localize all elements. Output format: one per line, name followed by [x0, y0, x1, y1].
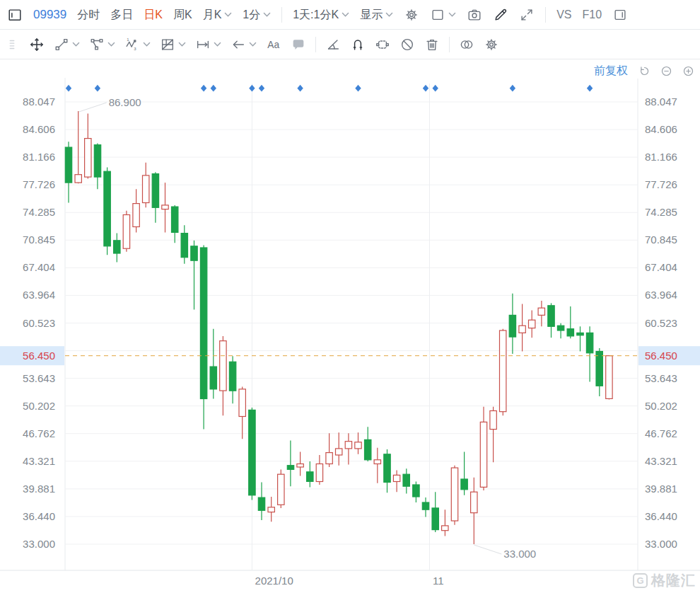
undo-button[interactable]	[638, 64, 651, 78]
candle[interactable]	[172, 205, 178, 243]
event-marker-diamond[interactable]	[510, 85, 515, 92]
event-marker-diamond[interactable]	[201, 85, 206, 92]
event-marker-diamond[interactable]	[259, 85, 264, 92]
settings-gear-button[interactable]	[404, 7, 419, 23]
candle[interactable]	[355, 432, 361, 454]
candle[interactable]	[268, 497, 274, 522]
candle[interactable]	[500, 329, 506, 416]
camera-button[interactable]	[467, 7, 482, 23]
candle[interactable]	[200, 246, 206, 430]
range-interval-select[interactable]: 1天:1分K	[293, 0, 349, 30]
candle[interactable]	[114, 234, 120, 263]
chart-panel-button[interactable]	[7, 7, 23, 23]
tab-weekly-k[interactable]: 周K	[173, 0, 192, 30]
candle[interactable]	[529, 311, 535, 338]
trash-button[interactable]	[424, 37, 440, 52]
candle[interactable]	[191, 241, 197, 310]
candle[interactable]	[85, 113, 91, 178]
trend-line-button[interactable]	[54, 37, 80, 52]
no-draw-button[interactable]	[399, 37, 415, 52]
interval-1min-select[interactable]: 1分	[243, 0, 271, 30]
candle[interactable]	[384, 449, 390, 493]
candle[interactable]	[287, 441, 293, 487]
candle[interactable]	[220, 336, 226, 415]
tab-intraday[interactable]: 分时	[77, 0, 100, 30]
display-menu[interactable]: 显示	[360, 0, 393, 30]
candle[interactable]	[239, 387, 245, 439]
candle[interactable]	[123, 211, 129, 252]
comment-button[interactable]	[291, 37, 306, 52]
candle[interactable]	[104, 168, 110, 255]
candle[interactable]	[278, 469, 284, 508]
candle[interactable]	[162, 183, 168, 232]
fullscreen-button[interactable]	[519, 7, 535, 23]
candle[interactable]	[307, 461, 313, 487]
candlestick-chart[interactable]: 88.04784.60681.16677.72674.28570.84567.4…	[0, 59, 700, 593]
candle[interactable]	[451, 466, 457, 525]
candle[interactable]	[606, 355, 612, 399]
candle[interactable]	[374, 448, 380, 483]
pattern-button[interactable]	[375, 37, 390, 52]
event-marker-diamond[interactable]	[95, 85, 100, 92]
candle[interactable]	[345, 433, 351, 464]
candle[interactable]	[548, 303, 554, 338]
text-tool-button[interactable]: Aa	[266, 37, 281, 52]
candle[interactable]	[519, 304, 525, 352]
measure-button[interactable]	[195, 37, 221, 52]
candle[interactable]	[461, 451, 467, 495]
candle[interactable]	[413, 481, 419, 502]
candle[interactable]	[65, 142, 71, 202]
candle[interactable]	[567, 306, 573, 338]
candle[interactable]	[442, 509, 448, 536]
candle[interactable]	[152, 172, 158, 222]
candle[interactable]	[336, 432, 342, 466]
candle[interactable]	[94, 143, 100, 189]
layout-select-button[interactable]	[430, 7, 456, 23]
vs-compare-button[interactable]: VS	[556, 0, 571, 30]
drag-grip-button[interactable]	[4, 37, 20, 52]
candle[interactable]	[133, 189, 139, 232]
move-cross-button[interactable]	[29, 37, 45, 52]
zoom-in-button[interactable]	[682, 64, 695, 78]
candle[interactable]	[509, 294, 515, 354]
f10-button[interactable]: F10	[582, 0, 602, 30]
event-marker-diamond[interactable]	[66, 85, 71, 92]
candle[interactable]	[75, 111, 81, 183]
event-marker-diamond[interactable]	[355, 85, 361, 92]
candle[interactable]	[432, 492, 438, 532]
angle-button[interactable]	[325, 37, 341, 52]
pencil-button[interactable]	[493, 7, 508, 23]
panel-right-button[interactable]	[612, 7, 628, 23]
candle[interactable]	[326, 433, 332, 467]
candle[interactable]	[471, 478, 477, 544]
pitchfork-button[interactable]	[89, 37, 115, 52]
zoom-out-button[interactable]	[660, 64, 673, 78]
event-marker-diamond[interactable]	[211, 85, 216, 92]
event-marker-diamond[interactable]	[297, 85, 303, 92]
tab-multi-day[interactable]: 多日	[110, 0, 133, 30]
event-marker-diamond[interactable]	[249, 85, 255, 92]
candle[interactable]	[181, 225, 187, 264]
candle[interactable]	[480, 407, 486, 490]
elliott-wave-button[interactable]: 13	[124, 37, 151, 52]
candle[interactable]	[258, 483, 264, 520]
event-marker-diamond[interactable]	[587, 85, 593, 92]
candle[interactable]	[586, 326, 593, 381]
candle[interactable]	[316, 455, 322, 485]
candles[interactable]	[65, 111, 612, 544]
candle[interactable]	[557, 323, 564, 339]
symbol-code[interactable]: 09939	[33, 0, 66, 30]
candle[interactable]	[210, 329, 216, 399]
compare-circles-button[interactable]	[459, 37, 474, 52]
tab-daily-k[interactable]: 日K	[144, 0, 163, 30]
event-marker-diamond[interactable]	[423, 85, 428, 92]
candle[interactable]	[143, 163, 149, 208]
magnet-button[interactable]	[350, 37, 366, 52]
candle[interactable]	[422, 497, 428, 517]
adjust-mode-label[interactable]: 前复权	[594, 64, 628, 79]
tab-monthly-k[interactable]: 月K	[203, 0, 233, 30]
arrow-left-button[interactable]	[231, 37, 257, 52]
candle[interactable]	[403, 468, 409, 493]
candle[interactable]	[538, 301, 544, 326]
candle[interactable]	[490, 407, 496, 462]
